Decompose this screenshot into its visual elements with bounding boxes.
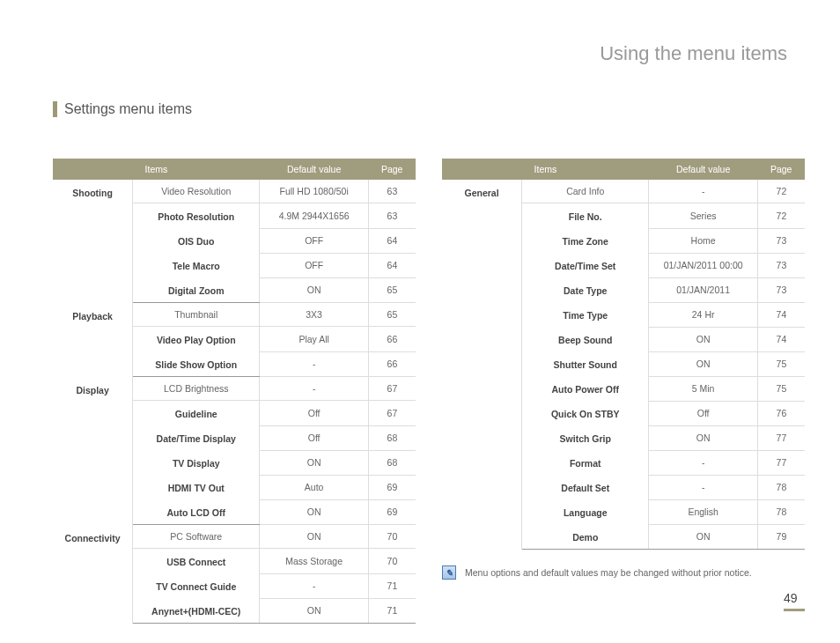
page-cell: 63 [368,203,416,229]
section-heading: Settings menu items [53,101,192,117]
default-cell: 5 Min [649,376,758,401]
item-cell: Video Play Option [133,327,260,352]
item-cell: Date Type [522,277,649,302]
page-cell: 73 [757,277,805,302]
default-cell: - [260,573,369,598]
item-cell: Auto LCD Off [133,499,260,525]
section-bar-icon [53,101,57,117]
item-cell: Tele Macro [133,253,260,277]
page-cell: 65 [368,277,416,303]
default-cell: OFF [260,228,369,253]
item-cell: Date/Time Display [133,425,260,450]
category-cell: Display [53,377,133,525]
item-cell: Video Resolution [133,180,260,203]
page-cell: 75 [757,351,805,376]
note-text: Menu options and default values may be c… [465,567,752,578]
settings-table-left: Items Default value Page ShootingVideo R… [53,159,416,624]
settings-table-right: Items Default value Page GeneralCard Inf… [442,159,805,624]
item-cell: OIS Duo [133,228,260,253]
page-cell: 75 [757,376,805,401]
item-cell: Card Info [522,180,649,203]
page-cell: 69 [368,499,416,525]
item-cell: LCD Brightness [133,377,260,401]
page-title: Using the menu items [600,42,787,65]
page-cell: 67 [368,401,416,426]
page-cell: 63 [368,180,416,203]
category-cell: Connectivity [53,525,133,624]
default-cell: Mass Storage [260,549,369,574]
page-cell: 76 [757,401,805,425]
default-cell: - [649,180,758,203]
item-cell: Date/Time Set [522,253,649,277]
default-cell: English [649,499,758,524]
default-cell: Off [260,425,369,450]
item-cell: Slide Show Option [133,351,260,377]
page-cell: 69 [368,475,416,499]
default-cell: Auto [260,475,369,499]
page-cell: 65 [368,303,416,327]
page-cell: 79 [757,524,805,550]
item-cell: PC Software [133,525,260,549]
default-cell: Play All [260,327,369,352]
default-cell: - [260,351,369,377]
page-cell: 68 [368,425,416,450]
default-cell: ON [649,425,758,450]
item-cell: Auto Power Off [522,376,649,401]
header-items: Items [442,159,649,180]
item-cell: Photo Resolution [133,203,260,229]
item-cell: Time Zone [522,228,649,253]
page-cell: 74 [757,327,805,351]
default-cell: ON [260,598,369,624]
page-number: 49 [784,591,805,611]
default-cell: ON [260,277,369,303]
page-cell: 71 [368,573,416,598]
item-cell: USB Connect [133,549,260,574]
item-cell: Time Type [522,302,649,327]
default-cell: OFF [260,253,369,277]
default-cell: - [260,377,369,401]
header-default: Default value [260,159,369,180]
page-cell: 71 [368,598,416,624]
default-cell: - [649,450,758,475]
header-page: Page [757,159,805,180]
default-cell: ON [260,450,369,475]
default-cell: 01/JAN/2011 00:00 [649,253,758,277]
page-cell: 64 [368,228,416,253]
default-cell: 24 Hr [649,302,758,327]
item-cell: Shutter Sound [522,351,649,376]
page-cell: 72 [757,180,805,203]
default-cell: 01/JAN/2011 [649,277,758,302]
section-title: Settings menu items [64,101,192,117]
item-cell: Anynet+(HDMI-CEC) [133,598,260,624]
item-cell: Language [522,499,649,524]
item-cell: Demo [522,524,649,550]
header-page: Page [368,159,416,180]
item-cell: Format [522,450,649,475]
default-cell: Series [649,203,758,229]
category-cell: Playback [53,303,133,377]
header-default: Default value [649,159,758,180]
default-cell: Off [649,401,758,425]
page-cell: 70 [368,525,416,549]
page-cell: 73 [757,253,805,277]
page-cell: 70 [368,549,416,574]
item-cell: Switch Grip [522,425,649,450]
page-cell: 78 [757,475,805,499]
default-cell: Home [649,228,758,253]
item-cell: File No. [522,203,649,229]
header-items: Items [53,159,260,180]
page-cell: 68 [368,450,416,475]
default-cell: ON [649,524,758,550]
page-cell: 66 [368,327,416,352]
note-icon: ✎ [442,565,456,580]
page-cell: 77 [757,425,805,450]
page-cell: 64 [368,253,416,277]
default-cell: ON [260,499,369,525]
item-cell: TV Connect Guide [133,573,260,598]
page-cell: 73 [757,228,805,253]
category-cell: Shooting [53,180,133,303]
item-cell: Beep Sound [522,327,649,351]
note: ✎ Menu options and default values may be… [442,565,805,580]
page-cell: 67 [368,377,416,401]
default-cell: - [649,475,758,499]
